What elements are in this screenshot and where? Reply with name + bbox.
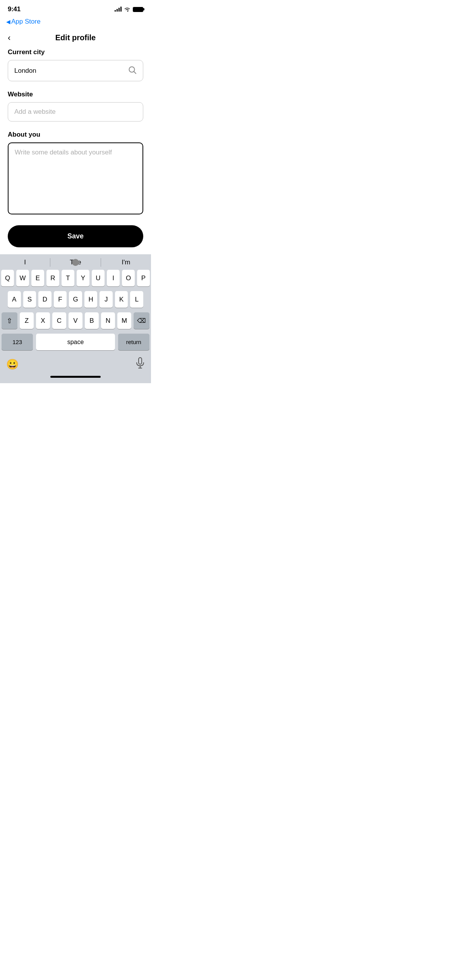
key-d[interactable]: D xyxy=(38,291,51,308)
about-you-section: About you xyxy=(8,131,143,214)
key-n[interactable]: N xyxy=(101,312,115,329)
app-store-label: App Store xyxy=(11,18,41,26)
key-p[interactable]: P xyxy=(137,270,150,286)
key-v[interactable]: V xyxy=(69,312,82,329)
key-m[interactable]: M xyxy=(117,312,131,329)
save-button[interactable]: Save xyxy=(8,225,143,247)
space-key[interactable]: space xyxy=(36,334,115,350)
key-u[interactable]: U xyxy=(92,270,105,286)
about-you-textarea-wrapper[interactable] xyxy=(8,142,143,214)
key-w[interactable]: W xyxy=(16,270,29,286)
svg-line-1 xyxy=(134,72,136,74)
predictive-word-3[interactable]: I'm xyxy=(101,259,151,266)
content-area: Current city Website About you Save xyxy=(0,48,151,247)
key-row-1: Q W E R T Y U I O P xyxy=(2,270,149,286)
keyboard-rows: Q W E R T Y U I O P A S D F G H J K L ⇧ … xyxy=(0,270,151,350)
website-input-wrapper[interactable] xyxy=(8,102,143,122)
current-city-label: Current city xyxy=(8,48,143,56)
status-icons xyxy=(115,7,143,12)
key-y[interactable]: Y xyxy=(77,270,89,286)
key-j[interactable]: J xyxy=(100,291,113,308)
emoji-button[interactable]: 😀 xyxy=(6,358,19,370)
home-indicator xyxy=(0,373,151,380)
keyboard-extras: 😀 xyxy=(0,355,151,373)
key-row-2: A S D F G H J K L xyxy=(2,291,149,308)
key-g[interactable]: G xyxy=(69,291,82,308)
predictive-bar: I The I'm xyxy=(0,254,151,270)
return-key[interactable]: return xyxy=(118,334,149,350)
key-z[interactable]: Z xyxy=(20,312,34,329)
cursor-dot xyxy=(72,259,79,266)
about-you-input[interactable] xyxy=(15,149,136,207)
search-icon xyxy=(128,66,137,75)
delete-key[interactable]: ⌫ xyxy=(134,312,149,329)
about-you-label: About you xyxy=(8,131,143,139)
key-t[interactable]: T xyxy=(62,270,74,286)
key-f[interactable]: F xyxy=(54,291,67,308)
key-a[interactable]: A xyxy=(8,291,21,308)
app-store-nav[interactable]: ◀ App Store xyxy=(0,16,151,29)
page-header: ‹ Edit profile xyxy=(0,29,151,48)
wifi-icon xyxy=(124,7,130,12)
website-label: Website xyxy=(8,91,143,98)
website-input[interactable] xyxy=(14,108,137,116)
signal-icon xyxy=(115,7,122,12)
key-e[interactable]: E xyxy=(31,270,44,286)
key-x[interactable]: X xyxy=(36,312,50,329)
status-time: 9:41 xyxy=(8,5,21,13)
predictive-word-1[interactable]: I xyxy=(0,259,50,266)
home-indicator-bar xyxy=(50,376,101,378)
battery-icon xyxy=(133,7,143,12)
key-c[interactable]: C xyxy=(52,312,66,329)
predictive-word-2[interactable]: The xyxy=(50,259,100,266)
key-h[interactable]: H xyxy=(84,291,98,308)
key-q[interactable]: Q xyxy=(1,270,14,286)
key-k[interactable]: K xyxy=(115,291,128,308)
key-row-4: 123 space return xyxy=(2,334,149,350)
numbers-key[interactable]: 123 xyxy=(2,334,33,350)
page-title: Edit profile xyxy=(55,33,96,42)
website-section: Website xyxy=(8,91,143,122)
back-chevron-icon: ◀ xyxy=(6,19,10,25)
key-r[interactable]: R xyxy=(46,270,59,286)
back-button[interactable]: ‹ xyxy=(8,34,10,42)
key-l[interactable]: L xyxy=(130,291,143,308)
key-s[interactable]: S xyxy=(23,291,36,308)
status-bar: 9:41 xyxy=(0,0,151,16)
keyboard-container: I The I'm Q W E R T Y U I O P A S D F xyxy=(0,254,151,383)
key-b[interactable]: B xyxy=(85,312,99,329)
microphone-button[interactable] xyxy=(136,357,145,371)
key-i[interactable]: I xyxy=(107,270,120,286)
key-row-3: ⇧ Z X C V B N M ⌫ xyxy=(2,312,149,329)
key-o[interactable]: O xyxy=(122,270,135,286)
svg-rect-2 xyxy=(139,358,142,364)
current-city-input[interactable] xyxy=(14,67,128,75)
current-city-section: Current city xyxy=(8,48,143,81)
shift-key[interactable]: ⇧ xyxy=(2,312,17,329)
current-city-input-wrapper[interactable] xyxy=(8,60,143,81)
